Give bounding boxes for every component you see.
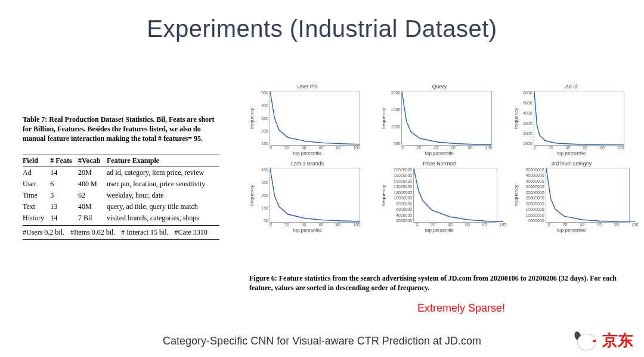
chart-ylabel: frequency: [513, 91, 519, 146]
slide: { "title": "Experiments (Industrial Data…: [0, 0, 644, 357]
table7-caption: Table 7: Real Production Dataset Statist…: [23, 115, 219, 144]
chart-xlabel: top percentile: [513, 227, 630, 233]
th-field: Field: [23, 155, 50, 167]
jd-dog-icon: [575, 331, 599, 350]
mini-chart: 3rd level categoyfrequency50000000450000…: [513, 161, 630, 233]
table-row: User6400 Muser pin, location, price sens…: [23, 178, 219, 190]
chart-ylabel: frequency: [381, 91, 387, 146]
table-header-row: Field # Feats #Vocab Feature Example: [23, 155, 219, 167]
table-footer-row: #Users 0.2 bil.#Items 0.02 bil.# Interac…: [23, 225, 219, 239]
chart-title: User Pin: [249, 84, 366, 90]
table-row: History147 Bilvisited brands, categories…: [23, 213, 219, 226]
sparse-annotation: Extremely Sparse!: [417, 302, 505, 315]
chart-title: Query: [381, 84, 497, 90]
chart-plot: [401, 91, 492, 146]
table-row: Text1340Mquery, ad title, query title ma…: [23, 201, 219, 213]
mini-chart: Queryfrequency20001500100050002040608010…: [381, 84, 497, 156]
table7-block: Table 7: Real Production Dataset Statist…: [23, 115, 219, 240]
slide-title: Experiments (Industrial Dataset): [0, 16, 644, 42]
th-example: Feature Example: [107, 155, 219, 167]
chart-ylabel: frequency: [249, 91, 255, 146]
charts-grid: User Pinfrequency50040030020010002040608…: [249, 84, 631, 233]
th-vocab: #Vocab: [78, 155, 107, 167]
chart-plot: [546, 168, 630, 223]
chart-xlabel: top percentile: [249, 150, 366, 156]
chart-ylabel: frequency: [381, 168, 386, 223]
mini-chart: User Pinfrequency50040030020010002040608…: [249, 84, 366, 156]
chart-plot: [270, 91, 360, 146]
chart-xlabel: top percentile: [381, 150, 497, 156]
chart-xlabel: top percentile: [249, 227, 366, 233]
table7: Field # Feats #Vocab Feature Example Ad1…: [23, 155, 219, 240]
slide-footer: Category-Specific CNN for Visual-aware C…: [0, 335, 644, 347]
table-row: Time362weekday, hour, date: [23, 190, 219, 201]
chart-title: Last 3 Brands: [249, 161, 366, 167]
chart-plot: [534, 91, 624, 146]
chart-title: Price Normed: [381, 161, 497, 167]
th-feats: # Feats: [50, 155, 78, 167]
chart-xlabel: top percentile: [381, 227, 497, 233]
jd-logo: 京东: [575, 330, 633, 351]
chart-plot: [413, 168, 497, 223]
chart-title: Ad Id: [513, 84, 630, 90]
figure6-caption: Figure 6: Feature statistics from the se…: [249, 273, 631, 293]
chart-ylabel: frequency: [513, 168, 519, 223]
table-row: Ad1420Mad id, category, item price, revi…: [23, 167, 219, 178]
jd-logo-text: 京东: [602, 330, 633, 351]
mini-chart: Ad Idfrequency60005000400030002000100002…: [513, 84, 630, 156]
chart-plot: [270, 168, 360, 223]
mini-chart: Last 3 Brandsfrequency450350250150500204…: [249, 161, 366, 233]
chart-title: 3rd level categoy: [513, 161, 630, 167]
mini-chart: Price Normedfrequency2000000018000000160…: [381, 161, 497, 233]
chart-xlabel: top percentile: [513, 150, 630, 156]
chart-ylabel: frequency: [249, 168, 255, 223]
